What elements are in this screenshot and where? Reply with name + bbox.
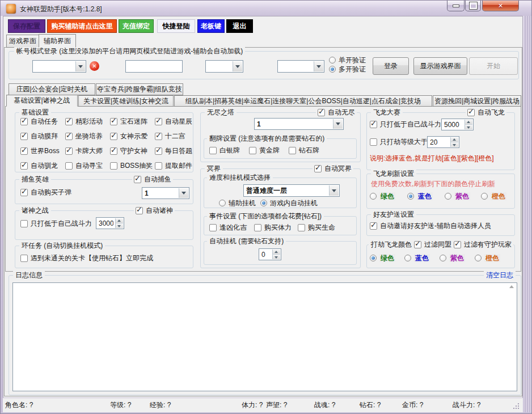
radio-circle[interactable]	[440, 255, 446, 261]
filter-guarded-checkbox[interactable]: 过滤有守护玩家	[452, 240, 513, 248]
checkbox-box[interactable]	[155, 147, 162, 155]
radio-multi-verify[interactable]: 多开验证	[329, 65, 366, 73]
flip-silver-checkbox[interactable]: 白银牌	[209, 146, 240, 154]
checkbox-box[interactable]	[155, 118, 162, 125]
auto-tower-checkbox[interactable]: 自动无尽	[316, 108, 357, 116]
event-buy-stamina-checkbox[interactable]: 购买体力	[254, 223, 292, 231]
checkbox-box[interactable]	[209, 224, 217, 231]
spinner-up-icon[interactable]	[115, 218, 123, 223]
auto-underworld-checkbox[interactable]: 自动冥界	[313, 164, 353, 172]
basic-checkbox-13[interactable]: 自动寻宝	[65, 162, 103, 170]
boss-key-button[interactable]: 老板键	[197, 19, 225, 33]
basic-checkbox-1[interactable]: 精彩活动	[65, 117, 103, 125]
checkbox-box[interactable]	[20, 133, 28, 140]
refresh-radio-blue[interactable]: 蓝色	[407, 192, 433, 200]
basic-checkbox-3[interactable]: 自动星辰	[155, 117, 192, 125]
basic-checkbox-11[interactable]: 每日答题	[155, 147, 192, 155]
rob-radio-orange[interactable]: 橙色	[475, 254, 500, 262]
basic-checkbox-2[interactable]: 宝石迷阵	[110, 117, 147, 125]
radio-circle[interactable]	[370, 193, 377, 200]
quick-login-button[interactable]: 快捷登陆	[157, 19, 195, 33]
checkbox-box[interactable]	[65, 118, 73, 125]
basic-checkbox-7[interactable]: 十二宫	[155, 132, 185, 140]
checkbox-box[interactable]	[155, 133, 162, 140]
radio-single-verify[interactable]: 单开验证	[329, 56, 366, 64]
checkbox-box[interactable]	[414, 241, 421, 248]
extra-flip-spinner[interactable]: 0	[259, 248, 281, 260]
gods-power-filter-checkbox[interactable]: 只打低于自己战斗力	[20, 219, 92, 227]
chevron-down-icon[interactable]	[75, 61, 85, 71]
checkbox-box[interactable]	[110, 162, 117, 170]
chevron-down-icon[interactable]	[233, 61, 242, 71]
spinner-down-icon[interactable]	[450, 142, 458, 147]
auto-fishing-checkbox[interactable]: 自动捕鱼	[132, 175, 173, 183]
spinner-up-icon[interactable]	[465, 120, 472, 124]
checkbox-box[interactable]	[314, 165, 322, 172]
rob-radio-blue[interactable]: 蓝色	[404, 254, 430, 262]
tab-team-recruit-misc[interactable]: 组队副本|招募英雄|幸运魔石|连接聊天室|公会BOSS|自动巡逻|点石成金|竞技…	[174, 95, 432, 107]
radio-circle[interactable]	[219, 200, 226, 206]
account-combo[interactable]	[32, 60, 86, 73]
checkbox-box[interactable]	[20, 118, 28, 125]
spinner-down-icon[interactable]	[115, 223, 123, 228]
checkbox-box[interactable]	[370, 121, 377, 128]
minimize-button[interactable]	[447, 1, 465, 11]
basic-checkbox-5[interactable]: 坐骑培养	[65, 132, 103, 140]
radio-circle[interactable]	[481, 193, 488, 200]
checkbox-box[interactable]	[467, 109, 475, 116]
tab-basic-gods[interactable]: 基础设置|诸神之战	[6, 95, 78, 107]
tab-assist-ui[interactable]: 辅助界面	[39, 34, 76, 48]
checkbox-box[interactable]	[298, 224, 305, 231]
close-button[interactable]: ✕	[482, 1, 519, 11]
basic-checkbox-15[interactable]: 提取邮件	[155, 162, 192, 170]
checkbox-box[interactable]	[318, 109, 325, 116]
log-textarea[interactable]	[12, 282, 517, 391]
refresh-radio-orange[interactable]: 橙色	[481, 192, 506, 200]
radio-circle[interactable]	[445, 193, 451, 200]
dragon-power-filter-checkbox[interactable]: 只打低于自己战斗力	[370, 120, 441, 128]
difficulty-combo[interactable]: 普通难度一层	[243, 184, 340, 197]
chevron-down-icon[interactable]	[314, 61, 323, 71]
radio-circle[interactable]	[329, 66, 336, 73]
checkbox-box[interactable]	[254, 224, 261, 231]
radio-circle[interactable]	[404, 255, 411, 261]
checkbox-box[interactable]	[289, 147, 296, 154]
stage-combo[interactable]: 1	[254, 118, 344, 130]
tab-resource-mall-crossserver[interactable]: 资源挽回|商城设置|跨服战场	[433, 95, 521, 107]
radio-ingame-hang[interactable]: 游戏内自动挂机	[260, 199, 318, 207]
checkbox-box[interactable]	[20, 220, 28, 227]
recharge-bind-button[interactable]: 充值绑定	[119, 19, 154, 33]
spinner-down-icon[interactable]	[272, 254, 280, 259]
dragon-level-filter-checkbox[interactable]: 只打劫等级大于	[370, 138, 428, 146]
show-game-button[interactable]: 显示游戏界面	[413, 57, 467, 75]
auto-gods-checkbox[interactable]: 自动诸神	[134, 206, 175, 214]
flip-gold-checkbox[interactable]: 黄金牌	[249, 146, 280, 154]
resize-grip[interactable]	[518, 408, 519, 409]
basic-checkbox-0[interactable]: 自动任务	[20, 117, 58, 125]
chevron-down-icon[interactable]	[333, 119, 343, 129]
dragon-level-spinner[interactable]: 20	[427, 136, 459, 148]
radio-circle[interactable]	[329, 57, 336, 64]
dragon-power-spinner[interactable]: 5000	[441, 119, 474, 130]
checkbox-box[interactable]	[155, 162, 162, 170]
refresh-radio-purple[interactable]: 紫色	[445, 192, 470, 200]
platform-combo[interactable]	[205, 60, 243, 73]
basic-checkbox-9[interactable]: 卡牌大师	[65, 147, 103, 155]
checkbox-box[interactable]	[110, 118, 117, 125]
event-luck-checkbox[interactable]: 逢凶化吉	[209, 223, 247, 231]
flip-diamond-checkbox[interactable]: 钻石牌	[289, 146, 319, 154]
basic-checkbox-4[interactable]: 自动膜拜	[20, 132, 58, 140]
checkbox-box[interactable]	[20, 255, 28, 262]
checkbox-box[interactable]	[136, 207, 143, 214]
checkbox-box[interactable]	[20, 162, 28, 170]
checkbox-box[interactable]	[249, 147, 256, 154]
radio-circle[interactable]	[475, 255, 482, 261]
event-buy-life-checkbox[interactable]: 购买生命	[298, 223, 335, 231]
checkbox-box[interactable]	[370, 222, 377, 230]
filter-alliance-checkbox[interactable]: 过滤同盟	[412, 240, 453, 248]
checkbox-box[interactable]	[134, 176, 141, 183]
rob-radio-purple[interactable]: 紫色	[440, 254, 465, 262]
spinner-up-icon[interactable]	[450, 137, 458, 142]
clear-log-link[interactable]: 清空日志	[484, 271, 516, 279]
tab-game-ui[interactable]: 游戏界面	[6, 35, 39, 48]
